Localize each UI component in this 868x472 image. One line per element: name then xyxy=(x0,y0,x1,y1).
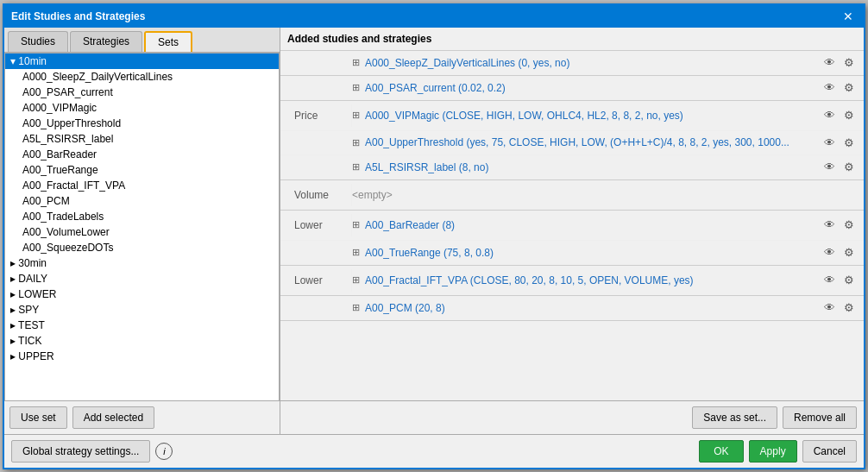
eye-button[interactable]: 👁 xyxy=(821,55,838,70)
eye-button[interactable]: 👁 xyxy=(821,160,838,174)
study-icon: ⊞ xyxy=(352,82,360,93)
table-row: ⊞ A000_SleepZ_DailyVerticalLines (0, yes… xyxy=(280,51,864,75)
dialog-title: Edit Studies and Strategies xyxy=(11,10,145,22)
add-selected-button[interactable]: Add selected xyxy=(72,406,154,429)
list-item-A00_PSAR[interactable]: A00_PSAR_current xyxy=(5,85,279,100)
row-actions: 👁 ⚙ xyxy=(821,55,857,70)
section-block-2: ⊞ A00_PSAR_current (0.02, 0.2) 👁 ⚙ xyxy=(280,76,864,101)
apply-button[interactable]: Apply xyxy=(749,440,797,463)
table-row: Lower ⊞ A00_Fractal_IFT_VPA (CLOSE, 80, … xyxy=(280,266,864,295)
list-item-A00_Fractal[interactable]: A00_Fractal_IFT_VPA xyxy=(5,178,279,193)
list-item-A000_SleepZ[interactable]: A000_SleepZ_DailyVerticalLines xyxy=(5,69,279,85)
title-bar: Edit Studies and Strategies ✕ xyxy=(4,5,864,28)
row-actions: 👁 ⚙ xyxy=(821,217,857,232)
cancel-button[interactable]: Cancel xyxy=(802,440,857,463)
table-row: Price ⊞ A000_VIPMagic (CLOSE, HIGH, LOW,… xyxy=(280,101,864,131)
list-item-A5L_RSIRSR[interactable]: A5L_RSIRSR_label xyxy=(5,131,279,147)
remove-all-button[interactable]: Remove all xyxy=(783,406,857,429)
gear-button[interactable]: ⚙ xyxy=(841,55,857,70)
left-panel-buttons: Use set Add selected xyxy=(4,401,280,434)
section-block-volume: Volume <empty> xyxy=(280,180,864,211)
list-item-UPPER[interactable]: ▸ UPPER xyxy=(5,349,279,364)
bottom-right: OK Apply Cancel xyxy=(699,440,857,463)
tab-studies[interactable]: Studies xyxy=(8,31,68,52)
list-item-LOWER[interactable]: ▸ LOWER xyxy=(5,286,279,302)
study-icon: ⊞ xyxy=(352,161,360,173)
save-as-set-button[interactable]: Save as set... xyxy=(692,406,777,429)
row-actions: 👁 ⚙ xyxy=(821,160,857,174)
close-button[interactable]: ✕ xyxy=(840,9,857,23)
list-item-A00_TradeLabels[interactable]: A00_TradeLabels xyxy=(5,209,279,224)
table-row: ⊞ A00_TrueRange (75, 8, 0.8) 👁 ⚙ xyxy=(280,241,864,265)
study-name: A00_BarReader (8) xyxy=(365,219,821,231)
table-row: Volume <empty> xyxy=(280,180,864,210)
table-row: Lower ⊞ A00_BarReader (8) 👁 ⚙ xyxy=(280,211,864,241)
study-name: A00_Fractal_IFT_VPA (CLOSE, 80, 20, 8, 1… xyxy=(365,274,821,286)
info-icon[interactable]: i xyxy=(155,443,173,460)
ok-button[interactable]: OK xyxy=(699,440,743,463)
left-panel: Studies Strategies Sets ▾ 10min A000_Sle… xyxy=(4,28,280,434)
list-item-A00_UpperThreshold[interactable]: A00_UpperThreshold xyxy=(5,116,279,131)
table-row: ⊞ A5L_RSIRSR_label (8, no) 👁 ⚙ xyxy=(280,155,864,179)
global-strategy-settings-button[interactable]: Global strategy settings... xyxy=(11,440,150,463)
tabs-bar: Studies Strategies Sets xyxy=(4,28,280,53)
gear-button[interactable]: ⚙ xyxy=(841,160,857,174)
list-item-A00_TrueRange[interactable]: A00_TrueRange xyxy=(5,162,279,178)
right-panel-header: Added studies and strategies xyxy=(280,28,864,51)
left-list[interactable]: ▾ 10min A000_SleepZ_DailyVerticalLines A… xyxy=(4,53,280,401)
gear-button[interactable]: ⚙ xyxy=(841,80,857,95)
eye-button[interactable]: 👁 xyxy=(821,300,838,315)
eye-button[interactable]: 👁 xyxy=(821,273,838,287)
study-icon: ⊞ xyxy=(352,110,360,121)
study-icon: ⊞ xyxy=(352,219,360,230)
tab-strategies[interactable]: Strategies xyxy=(70,31,142,52)
eye-button[interactable]: 👁 xyxy=(821,135,838,150)
study-icon: ⊞ xyxy=(352,137,360,148)
list-item-TEST[interactable]: ▸ TEST xyxy=(5,318,279,333)
list-item-A00_SqueezeDOTs[interactable]: A00_SqueezeDOTs xyxy=(5,240,279,255)
tab-sets[interactable]: Sets xyxy=(144,31,192,52)
gear-button[interactable]: ⚙ xyxy=(841,245,857,260)
eye-button[interactable]: 👁 xyxy=(821,245,838,260)
list-item-A00_PCM[interactable]: A00_PCM xyxy=(5,193,279,209)
eye-button[interactable]: 👁 xyxy=(821,217,838,232)
study-name: A000_SleepZ_DailyVerticalLines (0, yes, … xyxy=(365,57,821,69)
list-item-DAILY[interactable]: ▸ DAILY xyxy=(5,271,279,286)
label-lower2: Lower xyxy=(287,269,352,292)
gear-button[interactable]: ⚙ xyxy=(841,108,857,123)
edit-studies-dialog: Edit Studies and Strategies ✕ Studies St… xyxy=(3,3,865,469)
gear-button[interactable]: ⚙ xyxy=(841,135,857,150)
list-item-A00_BarReader[interactable]: A00_BarReader xyxy=(5,147,279,162)
dialog-body: Studies Strategies Sets ▾ 10min A000_Sle… xyxy=(4,28,864,434)
right-panel-footer: Save as set... Remove all xyxy=(280,400,864,434)
eye-button[interactable]: 👁 xyxy=(821,80,838,95)
row-actions: 👁 ⚙ xyxy=(821,108,857,123)
study-name: A00_PSAR_current (0.02, 0.2) xyxy=(365,82,821,94)
study-icon: ⊞ xyxy=(352,247,360,258)
gear-button[interactable]: ⚙ xyxy=(841,300,857,315)
row-actions: 👁 ⚙ xyxy=(821,245,857,260)
list-item-TICK[interactable]: ▸ TICK xyxy=(5,333,279,349)
row-actions: 👁 ⚙ xyxy=(821,273,857,287)
section-block-pcm: ⊞ A00_PCM (20, 8) 👁 ⚙ xyxy=(280,296,864,321)
row-actions: 👁 ⚙ xyxy=(821,300,857,315)
list-item-10min[interactable]: ▾ 10min xyxy=(5,53,279,69)
study-icon: ⊞ xyxy=(352,302,360,313)
row-actions: 👁 ⚙ xyxy=(821,135,857,150)
use-set-button[interactable]: Use set xyxy=(9,406,67,429)
label-price: Price xyxy=(287,104,352,127)
study-name: A00_PCM (20, 8) xyxy=(365,302,821,314)
list-item-SPY[interactable]: ▸ SPY xyxy=(5,302,279,318)
list-item-A000_VIPMagic[interactable]: A000_VIPMagic xyxy=(5,100,279,116)
bottom-bar: Global strategy settings... i OK Apply C… xyxy=(4,434,864,468)
gear-button[interactable]: ⚙ xyxy=(841,273,857,287)
eye-button[interactable]: 👁 xyxy=(821,108,838,123)
table-row: ⊞ A00_PCM (20, 8) 👁 ⚙ xyxy=(280,296,864,320)
gear-button[interactable]: ⚙ xyxy=(841,217,857,232)
section-block-lower1: Lower ⊞ A00_BarReader (8) 👁 ⚙ ⊞ A00_True… xyxy=(280,211,864,266)
study-name: A5L_RSIRSR_label (8, no) xyxy=(365,161,821,173)
studies-list[interactable]: ⊞ A000_SleepZ_DailyVerticalLines (0, yes… xyxy=(280,51,864,400)
list-item-30min[interactable]: ▸ 30min xyxy=(5,255,279,271)
list-item-A00_VolumeLower[interactable]: A00_VolumeLower xyxy=(5,224,279,240)
section-block-price: Price ⊞ A000_VIPMagic (CLOSE, HIGH, LOW,… xyxy=(280,101,864,180)
